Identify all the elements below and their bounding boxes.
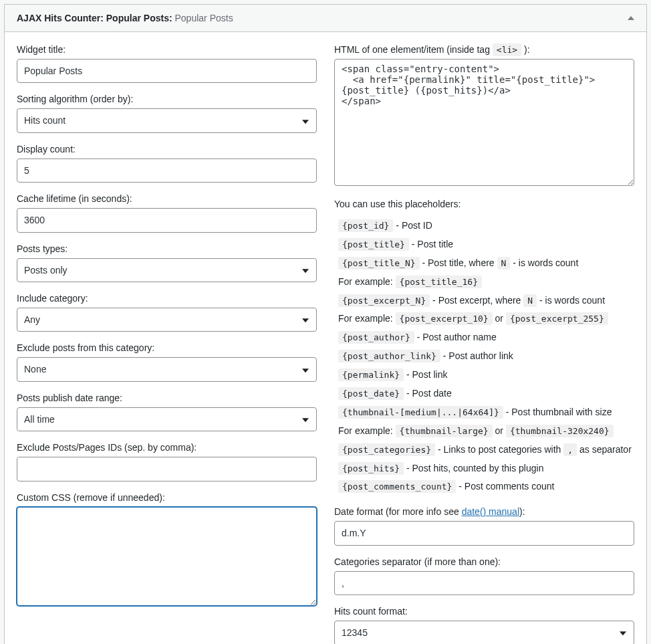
exclude-ids-label: Exclude Posts/Pages IDs (sep. by comma): — [17, 442, 317, 453]
include-category-select[interactable]: Any — [17, 308, 317, 332]
ph-permalink-desc: - Post link — [404, 369, 447, 380]
ph-ex-2: For example: — [338, 313, 396, 324]
ph-permalink: {permalink} — [338, 368, 404, 381]
hits-format-label: Hits count format: — [334, 606, 634, 617]
ph-post-author-link: {post_author_link} — [338, 350, 440, 362]
ph-or-1: or — [493, 313, 506, 324]
ph-post-author-desc: - Post author name — [414, 332, 497, 342]
date-format-label-pre: Date format (for more info see — [334, 506, 462, 517]
ph-thumbnail-320: {thumbnail-320x240} — [506, 425, 614, 437]
html-template-textarea[interactable]: <span class="entry-content"> <a href="{p… — [334, 59, 634, 186]
ph-post-title-n-desc: - Post title, where — [420, 257, 497, 268]
ph-post-excerpt-n-desc: - Post excerpt, where — [430, 295, 523, 306]
right-column: HTML of one element/item (inside tag <li… — [334, 44, 634, 644]
html-template-label-code: <li> — [493, 43, 521, 56]
left-column: Widget title: Sorting algorithm (order b… — [17, 44, 317, 644]
include-category-label: Include category: — [17, 293, 317, 304]
ph-post-hits: {post_hits} — [338, 462, 404, 475]
ph-thumbnail-desc: - Post thumbnail with size — [503, 407, 612, 417]
widget-body: Widget title: Sorting algorithm (order b… — [5, 32, 646, 644]
widget-title-input[interactable] — [17, 59, 317, 83]
ph-n-1: N — [497, 257, 511, 270]
collapse-up-icon[interactable] — [628, 16, 634, 20]
exclude-category-label: Exclude posts from this category: — [17, 342, 317, 353]
exclude-category-select[interactable]: None — [17, 357, 317, 381]
display-count-input[interactable] — [17, 158, 317, 183]
ph-post-excerpt-n: {post_excerpt_N} — [338, 294, 430, 307]
html-template-label-post: ): — [521, 44, 529, 55]
ph-post-author: {post_author} — [338, 331, 414, 344]
widget-title-suffix: Popular Posts — [172, 13, 233, 23]
ph-post-hits-desc: - Post hits, counted by this plugin — [404, 463, 543, 473]
ph-post-title-16: {post_title_16} — [396, 276, 482, 288]
ph-thumbnail: {thumbnail-[medium|...|64x64]} — [338, 406, 503, 419]
ph-ex-1: For example: — [338, 276, 396, 287]
ph-post-categories-desc: - Links to post categories with — [435, 444, 563, 455]
custom-css-label: Custom CSS (remove if unneeded): — [17, 492, 317, 503]
date-range-select[interactable]: All time — [17, 407, 317, 431]
ph-post-author-link-desc: - Post author link — [440, 350, 513, 361]
ph-is-words-2: - is words count — [537, 295, 605, 306]
html-template-label: HTML of one element/item (inside tag <li… — [334, 44, 634, 55]
widget-header[interactable]: AJAX Hits Counter: Popular Posts: Popula… — [5, 5, 646, 32]
hits-format-select[interactable]: 12345 — [334, 621, 634, 644]
ph-post-comments-desc: - Post comments count — [456, 481, 554, 492]
ph-post-excerpt-255: {post_excerpt_255} — [506, 312, 608, 325]
ph-post-title-desc: - Post title — [409, 239, 453, 249]
exclude-ids-input[interactable] — [17, 457, 317, 481]
ph-is-words-1: - is words count — [510, 257, 578, 268]
posts-types-select[interactable]: Posts only — [17, 258, 317, 282]
placeholders-list: {post_id} - Post ID {post_title} - Post … — [334, 217, 634, 496]
date-format-input[interactable] — [334, 521, 634, 545]
ph-post-date: {post_date} — [338, 387, 404, 400]
date-range-label: Posts publish date range: — [17, 393, 317, 403]
cat-sep-label: Categories separator (if more than one): — [334, 556, 634, 567]
widget-panel: AJAX Hits Counter: Popular Posts: Popula… — [4, 4, 647, 644]
widget-title-label: Widget title: — [17, 44, 317, 55]
ph-post-title-n: {post_title_N} — [338, 257, 420, 270]
ph-post-categories: {post_categories} — [338, 443, 435, 456]
ph-post-id-desc: - Post ID — [393, 220, 432, 231]
sorting-select[interactable]: Hits count — [17, 108, 317, 132]
ph-post-id: {post_id} — [338, 219, 393, 232]
display-count-label: Display count: — [17, 144, 317, 154]
posts-types-label: Posts types: — [17, 243, 317, 254]
sorting-label: Sorting algorithm (order by): — [17, 94, 317, 104]
cat-sep-input[interactable] — [334, 571, 634, 595]
date-format-label: Date format (for more info see date() ma… — [334, 506, 634, 517]
ph-as-sep: as separator — [577, 444, 632, 455]
ph-n-2: N — [523, 294, 537, 307]
ph-post-excerpt-10: {post_excerpt_10} — [396, 312, 493, 325]
html-template-label-pre: HTML of one element/item (inside tag — [334, 44, 493, 55]
widget-title: AJAX Hits Counter: Popular Posts: Popula… — [17, 13, 233, 23]
custom-css-textarea[interactable] — [17, 507, 317, 606]
ph-or-2: or — [493, 425, 506, 436]
ph-ex-3: For example: — [338, 425, 396, 436]
ph-comma: , — [563, 443, 577, 456]
cache-lifetime-input[interactable] — [17, 208, 317, 232]
ph-post-title: {post_title} — [338, 238, 409, 251]
ph-post-comments: {post_comments_count} — [338, 480, 456, 493]
date-manual-link[interactable]: date() manual — [462, 506, 519, 517]
date-format-label-post: ): — [519, 506, 525, 517]
ph-post-date-desc: - Post date — [404, 388, 452, 399]
ph-thumbnail-large: {thumbnail-large} — [396, 425, 493, 437]
cache-lifetime-label: Cache lifetime (in seconds): — [17, 193, 317, 204]
widget-title-prefix: AJAX Hits Counter: Popular Posts: — [17, 13, 172, 23]
placeholders-intro: You can use this placeholders: — [334, 199, 634, 209]
